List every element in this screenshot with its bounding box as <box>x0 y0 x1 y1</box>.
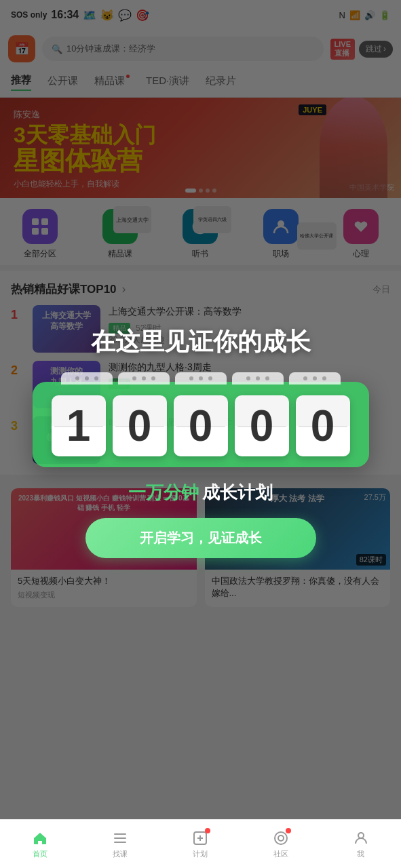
svg-rect-9 <box>114 837 126 839</box>
nav-find-course[interactable]: 找课 <box>111 829 129 859</box>
ticker-board: 1 0 0 0 0 <box>33 382 369 467</box>
svg-point-13 <box>278 835 284 841</box>
ticker-wrapper: 1 0 0 0 0 <box>33 372 369 467</box>
svg-rect-8 <box>114 833 126 835</box>
nav-plan-label: 计划 <box>193 849 208 859</box>
home-icon <box>31 829 49 847</box>
digit-3: 0 <box>235 395 289 456</box>
digit-1: 0 <box>113 395 167 456</box>
cta-button[interactable]: 开启学习，见证成长 <box>85 518 316 558</box>
svg-rect-10 <box>114 842 126 843</box>
nav-community-label: 社区 <box>273 849 288 859</box>
cta-text-line: 一万分钟 成长计划 <box>128 481 272 505</box>
nav-plan[interactable]: 计划 <box>191 829 209 859</box>
svg-point-14 <box>358 833 364 838</box>
plan-dot <box>205 828 210 833</box>
plan-label: 一万分钟 <box>128 482 199 502</box>
counter-subtitle-text: 在这里见证你的成长 <box>91 328 311 355</box>
community-icon <box>272 829 290 847</box>
plan-icon <box>191 829 209 847</box>
digit-2: 0 <box>174 395 228 456</box>
digit-4: 0 <box>296 395 350 456</box>
nav-home-label: 首页 <box>33 849 47 859</box>
plan-text: 成长计划 <box>202 482 273 502</box>
community-dot <box>286 828 291 833</box>
nav-me-label: 我 <box>357 849 364 859</box>
svg-point-12 <box>275 832 287 844</box>
digit-0: 1 <box>52 395 106 456</box>
nav-me[interactable]: 我 <box>352 829 370 859</box>
find-course-icon <box>111 829 129 847</box>
counter-container: 在这里见证你的成长 <box>33 326 369 558</box>
bottom-nav: 首页 找课 计划 <box>0 819 401 868</box>
nav-home[interactable]: 首页 <box>31 829 49 859</box>
nav-community[interactable]: 社区 <box>272 829 290 859</box>
me-icon <box>352 829 370 847</box>
counter-above-text: 在这里见证你的成长 <box>77 326 324 359</box>
nav-find-course-label: 找课 <box>113 849 128 859</box>
